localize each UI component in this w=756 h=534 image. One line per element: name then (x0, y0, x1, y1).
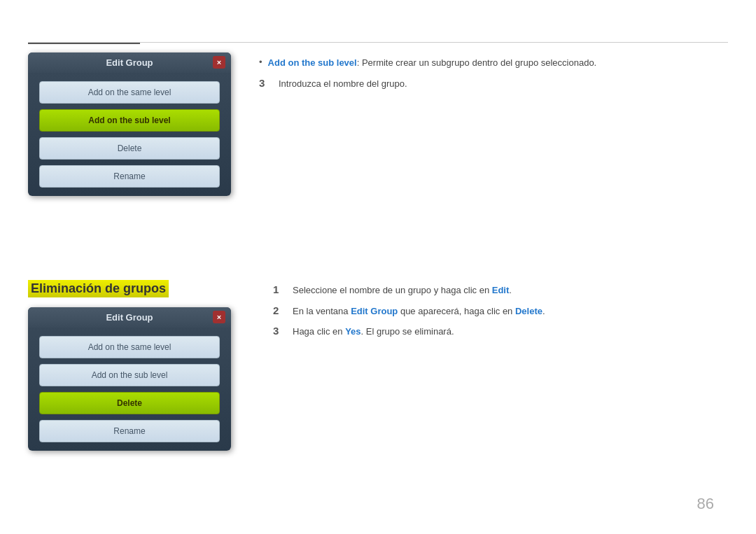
delete-button-bottom[interactable]: Delete (39, 392, 220, 414)
dialog-title-bottom: Edit Group (106, 312, 153, 323)
section-heading: Eliminación de grupos (28, 280, 169, 297)
dialog-body-top: Add on the same level Add on the sub lev… (28, 73, 231, 196)
step3-highlight-yes: Yes (345, 326, 360, 337)
add-sub-level-button-bottom[interactable]: Add on the sub level (39, 364, 220, 386)
step1-highlight-edit: Edit (492, 285, 510, 295)
rename-button-bottom[interactable]: Rename (39, 420, 220, 442)
highlight-add-sub-level: Add on the sub level (268, 57, 357, 68)
step2-text-mid: que aparecerá, haga clic en (398, 306, 515, 316)
dialog-body-bottom: Add on the same level Add on the sub lev… (28, 328, 231, 451)
step2-text-before: En la ventana (293, 306, 351, 316)
step1-text-before: Seleccione el nombre de un grupo y haga … (293, 285, 492, 295)
step3-text-before: Haga clic en (293, 326, 345, 337)
step-number-3-bottom: 3 (273, 325, 284, 337)
instruction-step-1-bottom: 1 Seleccione el nombre de un grupo y hag… (273, 283, 728, 297)
close-icon-top: × (217, 59, 221, 66)
step-number-2-bottom: 2 (273, 304, 284, 316)
instruction-bullet-item: • Add on the sub level: Permite crear un… (259, 56, 728, 70)
step2-highlight-editgroup: Edit Group (351, 306, 398, 316)
step3-text-after: . El grupo se eliminará. (361, 326, 454, 337)
instruction-step-3-bottom: 3 Haga clic en Yes. El grupo se eliminar… (273, 325, 728, 339)
instruction-bullet-text-content: : Permite crear un subgrupo dentro del g… (357, 57, 597, 68)
instruction-step-3-top-text: Introduzca el nombre del grupo. (279, 77, 407, 91)
instructions-bottom: 1 Seleccione el nombre de un grupo y hag… (273, 280, 728, 346)
step-number-3-top: 3 (259, 77, 270, 89)
add-sub-level-button-top[interactable]: Add on the sub level (39, 109, 220, 132)
edit-group-dialog-top: Edit Group × Add on the same level Add o… (28, 52, 231, 196)
top-section: Edit Group × Add on the same level Add o… (28, 52, 728, 196)
step2-text-after: . (542, 306, 545, 316)
add-same-level-button-bottom[interactable]: Add on the same level (39, 336, 220, 358)
instruction-step-3-bottom-text: Haga clic en Yes. El grupo se eliminará. (293, 325, 454, 339)
dialog-close-button-top[interactable]: × (213, 56, 225, 69)
instruction-step-2-bottom: 2 En la ventana Edit Group que aparecerá… (273, 304, 728, 318)
step-number-1-bottom: 1 (273, 283, 284, 295)
bullet-icon: • (259, 57, 262, 67)
instruction-step-2-bottom-text: En la ventana Edit Group que aparecerá, … (293, 304, 545, 318)
instruction-bullet-text: Add on the sub level: Permite crear un s… (268, 56, 597, 70)
dialog-title-top: Edit Group (106, 57, 153, 68)
edit-group-dialog-bottom: Edit Group × Add on the same level Add o… (28, 307, 231, 451)
dialog-close-button-bottom[interactable]: × (213, 311, 225, 323)
step1-text-after: . (509, 285, 512, 295)
step2-highlight-delete: Delete (515, 306, 542, 316)
page-number: 86 (697, 495, 714, 513)
top-rule (28, 42, 728, 43)
rename-button-top[interactable]: Rename (39, 165, 220, 188)
instruction-step-3-top: 3 Introduzca el nombre del grupo. (259, 77, 728, 91)
left-column-bottom: Eliminación de grupos Edit Group × Add o… (28, 280, 245, 451)
instruction-step-1-bottom-text: Seleccione el nombre de un grupo y haga … (293, 283, 512, 297)
instructions-top: • Add on the sub level: Permite crear un… (259, 52, 728, 97)
close-icon-bottom: × (217, 314, 221, 321)
dialog-titlebar-bottom: Edit Group × (28, 307, 231, 328)
add-same-level-button-top[interactable]: Add on the same level (39, 81, 220, 104)
delete-button-top[interactable]: Delete (39, 137, 220, 160)
bottom-section: Eliminación de grupos Edit Group × Add o… (28, 280, 728, 451)
dialog-titlebar-top: Edit Group × (28, 52, 231, 73)
